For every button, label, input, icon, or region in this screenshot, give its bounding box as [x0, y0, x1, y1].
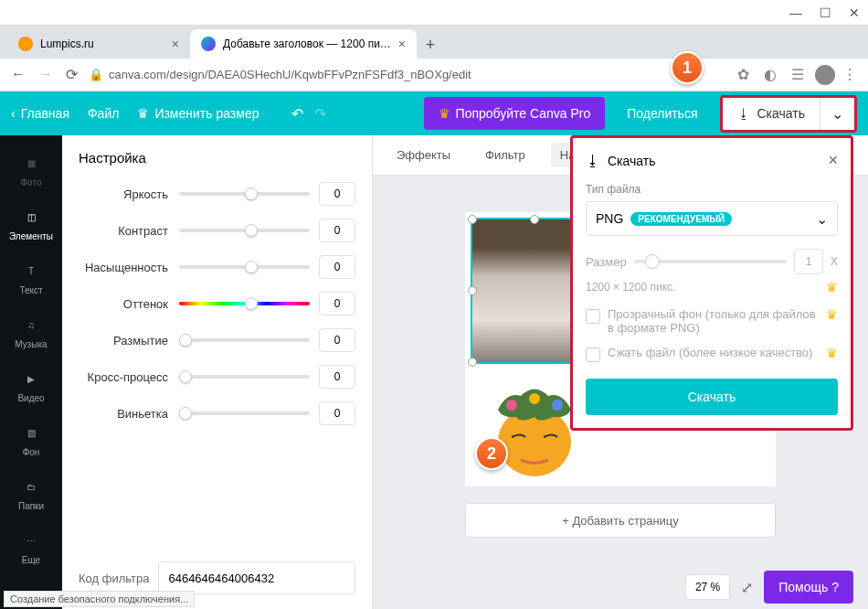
transparent-option[interactable]: Прозрачный фон (только для файлов в форм…: [586, 307, 838, 335]
chevron-down-icon: ⌄: [831, 105, 843, 123]
resize-handle[interactable]: [468, 358, 477, 367]
tint-row: Оттенок 0: [79, 292, 355, 315]
tab-title: Lumpics.ru: [40, 37, 94, 50]
favicon-icon: [18, 37, 33, 51]
music-icon: ♫: [20, 314, 42, 336]
slider-label: Оттенок: [79, 297, 179, 311]
brightness-slider[interactable]: [179, 192, 310, 196]
xprocess-slider[interactable]: [179, 375, 310, 379]
reload-icon[interactable]: ⟳: [66, 66, 78, 83]
help-button[interactable]: Помощь ?: [764, 571, 853, 604]
url-text: canva.com/design/DAEA0SHechU/KqwbFFvPznF…: [109, 68, 471, 81]
resize-handle[interactable]: [468, 286, 477, 295]
download-panel: ⭳ Скачать × Тип файла PNG РЕКОМЕНДУЕМЫЙ …: [570, 135, 853, 431]
settings-panel: Настройка Яркость 0 Контраст 0 Насыщенно…: [62, 135, 373, 609]
slider-value[interactable]: 0: [319, 401, 355, 425]
zoom-control[interactable]: 27 %: [685, 574, 730, 600]
slider-value[interactable]: 0: [319, 182, 355, 206]
redo-icon[interactable]: ↷: [314, 105, 326, 123]
extension-icon[interactable]: ☰: [788, 65, 808, 85]
filetype-select[interactable]: PNG РЕКОМЕНДУЕМЫЙ ⌄: [586, 201, 838, 236]
dimensions-text: 1200 × 1200 пикс.: [586, 281, 675, 294]
sidebar-item-photo[interactable]: ▦ Фото: [0, 143, 62, 197]
slider-value[interactable]: 0: [319, 255, 355, 279]
undo-icon[interactable]: ↶: [291, 105, 303, 123]
tab-filter[interactable]: Фильтр: [476, 143, 535, 167]
svg-point-0: [498, 407, 571, 476]
slider-label: Виньетка: [79, 407, 179, 421]
share-button[interactable]: Поделиться: [616, 97, 708, 130]
filter-code-row: Код фильтра 6464646464006432: [79, 561, 355, 594]
resize-menu[interactable]: ♛ Изменить размер: [137, 106, 259, 121]
minimize-icon[interactable]: —: [789, 6, 802, 19]
blur-slider[interactable]: [179, 338, 310, 342]
close-icon[interactable]: ✕: [848, 6, 861, 19]
download-confirm-button[interactable]: Скачать: [586, 379, 838, 415]
home-button[interactable]: ‹ Главная: [11, 106, 69, 121]
tint-slider[interactable]: [179, 302, 310, 305]
filter-code-label: Код фильтра: [79, 572, 149, 585]
vignette-slider[interactable]: [179, 411, 310, 415]
menu-icon[interactable]: ⋮: [842, 66, 857, 83]
tab-effects[interactable]: Эффекты: [387, 143, 460, 167]
saturation-row: Насыщенность 0: [79, 255, 355, 279]
add-page-button[interactable]: + Добавить страницу: [465, 503, 776, 538]
maximize-icon[interactable]: ☐: [819, 6, 831, 19]
sidebar-item-video[interactable]: ▶ Видео: [0, 358, 62, 412]
slider-label: Яркость: [79, 187, 179, 201]
sidebar-item-text[interactable]: T Текст: [0, 251, 62, 304]
callout-marker-1: 1: [671, 51, 704, 84]
close-tab-icon[interactable]: ×: [398, 37, 406, 51]
resize-handle[interactable]: [530, 215, 539, 224]
saturation-slider[interactable]: [179, 265, 310, 269]
slider-value[interactable]: 0: [319, 219, 355, 242]
vignette-row: Виньетка 0: [79, 401, 355, 425]
forward-icon[interactable]: →: [38, 66, 53, 83]
sidebar-item-elements[interactable]: ◫ Элементы: [0, 197, 62, 251]
slider-value[interactable]: 0: [319, 365, 355, 389]
close-icon[interactable]: ×: [828, 151, 838, 170]
close-tab-icon[interactable]: ×: [172, 37, 179, 51]
filetype-label: Тип файла: [586, 183, 838, 196]
lock-icon: 🔒: [89, 68, 103, 81]
checkbox[interactable]: [586, 347, 600, 362]
folder-icon: 🗀: [20, 475, 42, 497]
tab-title: Добавьте заголовок — 1200 пи…: [223, 37, 391, 50]
sidebar-item-more[interactable]: ⋯ Еще: [0, 520, 62, 574]
checkbox-label: Сжать файл (более низкое качество): [608, 346, 819, 359]
callout-marker-2: 2: [475, 437, 508, 470]
url-field[interactable]: 🔒 canva.com/design/DAEA0SHechU/KqwbFFvPz…: [89, 68, 722, 81]
download-button[interactable]: ⭳ Скачать: [723, 98, 821, 130]
fullscreen-icon[interactable]: ⤢: [741, 579, 753, 596]
compress-option[interactable]: Сжать файл (более низкое качество) ♛: [586, 346, 838, 362]
new-tab-button[interactable]: +: [417, 31, 444, 59]
crown-icon: ♛: [826, 346, 838, 360]
browser-tabs: Lumpics.ru × Добавьте заголовок — 1200 п…: [0, 26, 868, 59]
download-dropdown[interactable]: ⌄: [820, 98, 854, 130]
resize-handle[interactable]: [468, 215, 477, 224]
file-menu[interactable]: Файл: [88, 106, 119, 121]
tab-canva[interactable]: Добавьте заголовок — 1200 пи… ×: [190, 29, 417, 59]
extension-icon[interactable]: ◐: [760, 65, 780, 85]
try-pro-button[interactable]: ♛ Попробуйте Canva Pro: [424, 97, 606, 130]
slider-label: Насыщенность: [79, 261, 179, 274]
slider-value[interactable]: 0: [319, 328, 355, 352]
back-icon[interactable]: ←: [11, 66, 26, 83]
avatar[interactable]: [815, 65, 835, 85]
extension-icon[interactable]: ✿: [733, 65, 753, 85]
sidebar-item-folders[interactable]: 🗀 Папки: [0, 466, 62, 520]
app-menubar: ‹ Главная Файл ♛ Изменить размер ↶ ↷ ♛ П…: [0, 91, 868, 135]
sidebar-item-background[interactable]: ▨ Фон: [0, 412, 62, 466]
size-slider[interactable]: [634, 260, 787, 263]
svg-point-2: [529, 393, 540, 404]
contrast-slider[interactable]: [179, 229, 310, 232]
checkbox[interactable]: [586, 309, 600, 324]
size-value[interactable]: 1: [794, 249, 823, 274]
tab-lumpics[interactable]: Lumpics.ru ×: [7, 29, 190, 59]
panel-title: Настройка: [79, 150, 355, 166]
sidebar-item-music[interactable]: ♫ Музыка: [0, 304, 62, 358]
slider-value[interactable]: 0: [319, 292, 355, 315]
filter-code-input[interactable]: 6464646464006432: [158, 561, 355, 594]
bottom-bar: 27 % ⤢ Помощь ?: [373, 565, 868, 609]
canvas-area: Эффекты Фильтр Настр: [373, 135, 868, 609]
